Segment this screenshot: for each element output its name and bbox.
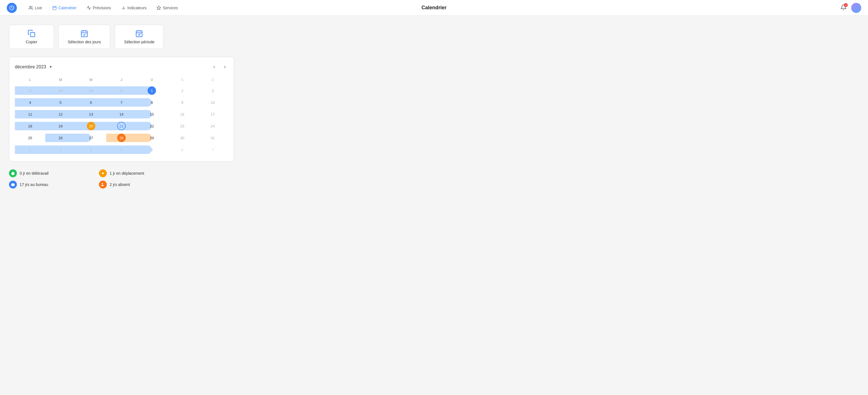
next-month-button[interactable]: › <box>222 63 228 71</box>
day-num-30-w0: 30 <box>117 86 126 95</box>
day-cell-1-2[interactable]: 6 <box>76 96 106 108</box>
day-cell-3-3[interactable]: 21 <box>106 120 136 132</box>
day-cell-3-1[interactable]: 19 <box>45 120 75 132</box>
day-cell-1-0[interactable]: 4 <box>15 96 45 108</box>
day-cell-4-1[interactable]: 26 <box>45 132 75 144</box>
day-header-L: L <box>15 77 45 85</box>
day-cell-5-3[interactable]: 4 <box>106 144 136 156</box>
day-cell-1-5[interactable]: 9 <box>167 96 197 108</box>
day-cell-1-4[interactable]: 8 <box>136 96 167 108</box>
deplacement-label: 1 jr en déplacement <box>110 171 144 175</box>
calendar-table: L M M J V S D 27282930123456789101112131… <box>15 77 228 156</box>
day-num-29-w4: 29 <box>148 134 156 142</box>
nav-calendrier-label: Calendrier <box>59 6 77 10</box>
day-cell-4-5[interactable]: 30 <box>167 132 197 144</box>
day-num-13-w2: 13 <box>87 110 95 118</box>
day-cell-2-3[interactable]: 14 <box>106 108 136 120</box>
svg-point-18 <box>102 172 104 174</box>
day-num-8-w1: 8 <box>148 98 156 107</box>
day-num-3-w5: 3 <box>87 145 95 154</box>
day-cell-5-2[interactable]: 3 <box>76 144 106 156</box>
day-num-28-w4: 28 <box>117 134 126 142</box>
day-num-31-w4: 31 <box>209 134 217 142</box>
day-cell-2-2[interactable]: 13 <box>76 108 106 120</box>
day-cell-0-0[interactable]: 27 <box>15 85 45 96</box>
nav-services[interactable]: Services <box>153 4 182 12</box>
nav-previsions[interactable]: Prévisions <box>83 4 115 12</box>
day-cell-3-4[interactable]: 22 <box>136 120 167 132</box>
copy-icon <box>28 30 35 37</box>
action-buttons: Copier Sélection des jours Sélection pér… <box>9 25 859 49</box>
bureau-icon <box>9 180 17 189</box>
day-cell-5-6[interactable]: 7 <box>197 144 228 156</box>
week-row-2: 11121314151617 <box>15 108 228 120</box>
legend-absent: 2 jrs absent <box>99 180 178 189</box>
notifications-button[interactable]: 4 <box>840 4 847 11</box>
day-cell-2-0[interactable]: 11 <box>15 108 45 120</box>
day-num-23-w3: 23 <box>178 122 187 130</box>
day-cell-1-6[interactable]: 10 <box>197 96 228 108</box>
selection-periode-button[interactable]: Sélection période <box>115 25 164 49</box>
day-cell-5-4[interactable]: 5 <box>136 144 167 156</box>
week-row-0: 27282930123 <box>15 85 228 96</box>
day-cell-2-5[interactable]: 16 <box>167 108 197 120</box>
day-cell-3-2[interactable]: 20 <box>76 120 106 132</box>
calendar-icon <box>52 6 57 10</box>
deplacement-icon <box>99 169 107 177</box>
prev-month-button[interactable]: ‹ <box>211 63 217 71</box>
nav-indicateurs[interactable]: Indicateurs <box>117 4 150 12</box>
nav-items: Live Calendrier Prévisions Indicateurs <box>25 4 182 12</box>
nav-live[interactable]: Live <box>25 4 46 12</box>
nav-calendrier[interactable]: Calendrier <box>48 4 81 12</box>
day-num-27-w4: 27 <box>87 134 95 142</box>
chart-icon <box>87 6 91 10</box>
day-cell-0-4[interactable]: 1 <box>136 85 167 96</box>
day-num-20-w3: 20 <box>87 122 95 130</box>
app-logo[interactable] <box>7 3 17 13</box>
day-cell-3-0[interactable]: 18 <box>15 120 45 132</box>
day-cell-0-3[interactable]: 30 <box>106 85 136 96</box>
day-cell-4-3[interactable]: 28 <box>106 132 136 144</box>
navbar: Live Calendrier Prévisions Indicateurs <box>0 0 868 16</box>
day-cell-2-4[interactable]: 15 <box>136 108 167 120</box>
nav-services-label: Services <box>163 6 178 10</box>
day-cell-0-2[interactable]: 29 <box>76 85 106 96</box>
day-num-4-w1: 4 <box>26 98 34 107</box>
selection-jours-button[interactable]: Sélection des jours <box>59 25 110 49</box>
day-cell-4-2[interactable]: 27 <box>76 132 106 144</box>
day-cell-2-1[interactable]: 12 <box>45 108 75 120</box>
month-label: décembre 2023 <box>15 64 46 69</box>
notification-badge: 4 <box>844 3 848 7</box>
selection-jours-label: Sélection des jours <box>68 40 101 44</box>
svg-rect-25 <box>11 184 14 186</box>
day-num-7-w1: 7 <box>117 98 126 107</box>
day-num-21-w3: 21 <box>117 122 126 130</box>
day-cell-4-0[interactable]: 25 <box>15 132 45 144</box>
day-cell-4-6[interactable]: 31 <box>197 132 228 144</box>
copy-button[interactable]: Copier <box>9 25 54 49</box>
day-cell-1-1[interactable]: 5 <box>45 96 75 108</box>
day-cell-5-5[interactable]: 6 <box>167 144 197 156</box>
teletravail-label: 0 jr en télétravail <box>20 171 49 175</box>
day-num-11-w2: 11 <box>26 110 34 118</box>
day-cell-1-3[interactable]: 7 <box>106 96 136 108</box>
nav-live-label: Live <box>35 6 42 10</box>
avatar[interactable] <box>851 3 861 13</box>
day-cell-5-0[interactable]: 1 <box>15 144 45 156</box>
day-cell-5-1[interactable]: 2 <box>45 144 75 156</box>
day-cell-0-1[interactable]: 28 <box>45 85 75 96</box>
day-cell-3-5[interactable]: 23 <box>167 120 197 132</box>
day-num-9-w1: 9 <box>178 98 187 107</box>
day-cell-0-6[interactable]: 3 <box>197 85 228 96</box>
month-dropdown-icon[interactable]: ▼ <box>49 65 52 69</box>
month-header: décembre 2023 ▼ ‹ › <box>15 63 228 71</box>
day-num-1-w5: 1 <box>26 145 34 154</box>
day-header-V: V <box>136 77 167 85</box>
day-cell-3-6[interactable]: 24 <box>197 120 228 132</box>
day-num-5-w5: 5 <box>148 145 156 154</box>
day-cell-2-6[interactable]: 17 <box>197 108 228 120</box>
star-icon <box>157 6 161 10</box>
day-cell-0-5[interactable]: 2 <box>167 85 197 96</box>
day-cell-4-4[interactable]: 29 <box>136 132 167 144</box>
main-content: Copier Sélection des jours Sélection pér… <box>0 16 868 395</box>
